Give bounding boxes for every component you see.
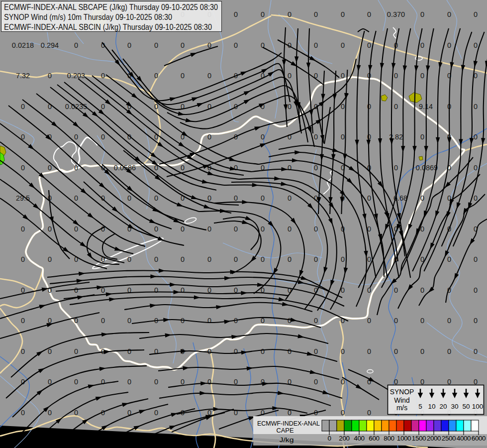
svg-text:6000: 6000 <box>472 435 486 442</box>
svg-text:0: 0 <box>341 255 345 263</box>
svg-text:0: 0 <box>367 41 371 49</box>
svg-text:0: 0 <box>74 225 78 233</box>
svg-text:0: 0 <box>101 72 105 80</box>
svg-text:0: 0 <box>261 194 265 202</box>
svg-text:0: 0 <box>207 194 211 202</box>
svg-text:0: 0 <box>367 103 371 111</box>
svg-text:0: 0 <box>341 10 345 18</box>
svg-text:0: 0 <box>21 255 25 263</box>
svg-text:0: 0 <box>474 164 478 172</box>
svg-text:0: 0 <box>314 255 318 263</box>
svg-text:30: 30 <box>451 403 458 410</box>
svg-text:0: 0 <box>314 317 318 325</box>
svg-text:0: 0 <box>327 435 331 442</box>
svg-text:0: 0 <box>261 10 265 18</box>
svg-text:CAPE: CAPE <box>277 427 294 434</box>
svg-text:0: 0 <box>447 10 451 18</box>
svg-text:SYNOP Wind (m/s) 10m Thursday: SYNOP Wind (m/s) 10m Thursday 09-10-2025… <box>4 12 172 21</box>
svg-text:0: 0 <box>234 225 238 233</box>
svg-text:0.370: 0.370 <box>387 10 405 18</box>
svg-text:0: 0 <box>154 409 158 417</box>
svg-text:0: 0 <box>367 317 371 325</box>
svg-text:0: 0 <box>447 41 451 49</box>
svg-text:0: 0 <box>288 286 292 294</box>
svg-text:50: 50 <box>462 403 470 410</box>
svg-text:0: 0 <box>341 409 345 417</box>
svg-text:0: 0 <box>314 347 318 355</box>
svg-text:0: 0 <box>314 133 318 141</box>
svg-text:0: 0 <box>127 317 131 325</box>
svg-text:ECMWF-INDEX-ANAL SBCIN (J/kg): ECMWF-INDEX-ANAL SBCIN (J/kg) Thursday 0… <box>4 22 212 31</box>
svg-text:0: 0 <box>447 378 451 386</box>
svg-text:0: 0 <box>420 72 424 80</box>
svg-text:800: 800 <box>384 435 394 442</box>
svg-text:0: 0 <box>234 41 238 49</box>
svg-text:0: 0 <box>234 164 238 172</box>
svg-text:0: 0 <box>420 10 424 18</box>
svg-text:0.294: 0.294 <box>41 41 59 49</box>
svg-text:0.0869: 0.0869 <box>416 164 438 172</box>
svg-text:0: 0 <box>181 255 185 263</box>
svg-text:0: 0 <box>288 255 292 263</box>
svg-text:2500: 2500 <box>442 435 456 442</box>
svg-text:0: 0 <box>314 10 318 18</box>
svg-text:m/s: m/s <box>396 404 407 412</box>
svg-text:0: 0 <box>288 225 292 233</box>
svg-text:0: 0 <box>74 133 78 141</box>
svg-text:0: 0 <box>314 41 318 49</box>
svg-text:0: 0 <box>420 378 424 386</box>
svg-text:0: 0 <box>127 255 131 263</box>
svg-text:1500: 1500 <box>412 435 426 442</box>
svg-text:0: 0 <box>420 41 424 49</box>
svg-text:0: 0 <box>74 286 78 294</box>
svg-text:0: 0 <box>101 103 105 111</box>
svg-text:0: 0 <box>74 164 78 172</box>
svg-text:0: 0 <box>288 194 292 202</box>
svg-text:0: 0 <box>288 164 292 172</box>
svg-text:0: 0 <box>341 347 345 355</box>
svg-text:0: 0 <box>288 72 292 80</box>
svg-text:0: 0 <box>181 164 185 172</box>
svg-text:0: 0 <box>420 347 424 355</box>
svg-text:0: 0 <box>474 133 478 141</box>
svg-text:0: 0 <box>154 72 158 80</box>
svg-text:0: 0 <box>207 133 211 141</box>
svg-text:0: 0 <box>367 347 371 355</box>
svg-text:0: 0 <box>48 225 52 233</box>
svg-text:0: 0 <box>101 317 105 325</box>
svg-text:0: 0 <box>234 347 238 355</box>
svg-text:0: 0 <box>21 164 25 172</box>
svg-text:0: 0 <box>314 164 318 172</box>
svg-text:200: 200 <box>339 435 349 442</box>
svg-text:0: 0 <box>21 347 25 355</box>
svg-text:0: 0 <box>207 255 211 263</box>
svg-text:0: 0 <box>181 286 185 294</box>
svg-text:0.203: 0.203 <box>67 72 85 80</box>
svg-text:0: 0 <box>154 286 158 294</box>
svg-text:0: 0 <box>207 72 211 80</box>
svg-text:0: 0 <box>127 347 131 355</box>
svg-text:2000: 2000 <box>427 435 441 442</box>
svg-text:0: 0 <box>74 41 78 49</box>
svg-text:0: 0 <box>154 194 158 202</box>
svg-text:20: 20 <box>439 403 447 410</box>
svg-text:0: 0 <box>234 255 238 263</box>
svg-text:0: 0 <box>21 103 25 111</box>
svg-text:0: 0 <box>447 255 451 263</box>
svg-text:0: 0 <box>288 347 292 355</box>
svg-text:0: 0 <box>394 164 398 172</box>
svg-text:0: 0 <box>261 409 265 417</box>
svg-text:0: 0 <box>394 286 398 294</box>
svg-text:0: 0 <box>181 378 185 386</box>
svg-text:0: 0 <box>474 255 478 263</box>
svg-text:0: 0 <box>21 409 25 417</box>
svg-text:0: 0 <box>394 347 398 355</box>
svg-text:0: 0 <box>207 317 211 325</box>
svg-text:0: 0 <box>367 10 371 18</box>
svg-text:0: 0 <box>181 72 185 80</box>
svg-text:0: 0 <box>48 409 52 417</box>
svg-text:0: 0 <box>474 41 478 49</box>
svg-text:0: 0 <box>341 133 345 141</box>
svg-text:0: 0 <box>207 378 211 386</box>
svg-text:4000: 4000 <box>457 435 471 442</box>
